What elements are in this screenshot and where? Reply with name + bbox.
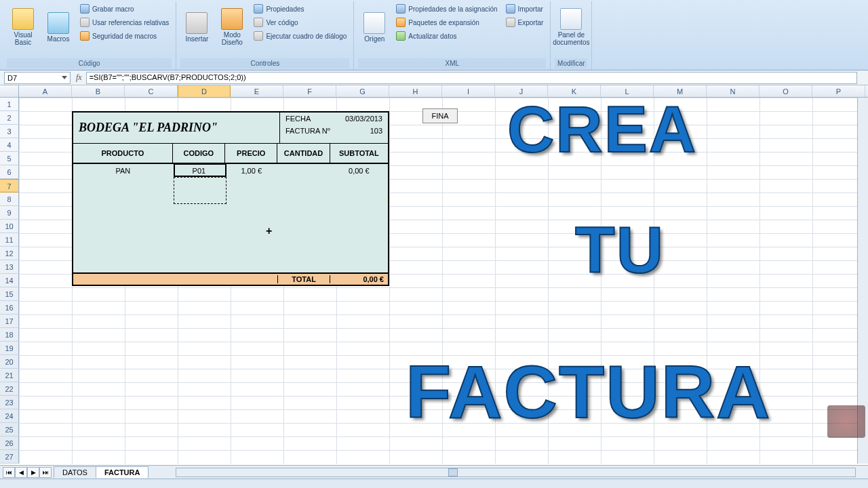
row-header-26[interactable]: 26: [0, 436, 19, 450]
horizontal-scrollbar[interactable]: [176, 468, 856, 477]
ribbon-group-xml: Origen Propiedades de la asignación Paqu…: [354, 1, 551, 70]
seguridad-macros-button[interactable]: Seguridad de macros: [77, 30, 172, 42]
ver-codigo-button[interactable]: Ver código: [251, 16, 349, 28]
importar-button[interactable]: Importar: [503, 3, 547, 15]
prop-asignacion-button[interactable]: Propiedades de la asignación: [393, 3, 500, 15]
col-header-G[interactable]: G: [336, 85, 389, 97]
paquetes-expansion-button[interactable]: Paquetes de expansión: [393, 16, 500, 28]
watermark-icon: [827, 405, 865, 438]
col-header-E[interactable]: E: [231, 85, 283, 97]
name-box[interactable]: D7: [4, 72, 71, 84]
row-header-27[interactable]: 27: [0, 450, 19, 464]
ribbon-group-codigo: Visual Basic Macros Grabar macro Usar re…: [3, 1, 176, 70]
row-header-2[interactable]: 2: [0, 111, 19, 125]
sheet-tab-datos[interactable]: DATOS: [54, 466, 96, 478]
row-header-8[interactable]: 8: [0, 192, 19, 206]
select-all-corner[interactable]: [0, 85, 19, 97]
ejecutar-dialogo-button[interactable]: Ejecutar cuadro de diálogo: [251, 30, 349, 42]
header-producto: PRODUCTO: [73, 144, 173, 163]
row-header-4[interactable]: 4: [0, 138, 19, 152]
row-header-6[interactable]: 6: [0, 165, 19, 179]
grabar-macro-button[interactable]: Grabar macro: [77, 3, 172, 15]
cell-subtotal[interactable]: 0,00 €: [330, 167, 388, 175]
referencias-relativas-button[interactable]: Usar referencias relativas: [77, 16, 172, 28]
col-header-P[interactable]: P: [812, 85, 865, 97]
actualizar-datos-button[interactable]: Actualizar datos: [393, 30, 500, 42]
modo-diseno-button[interactable]: Modo Diseño: [216, 3, 248, 52]
row-header-24[interactable]: 24: [0, 409, 19, 423]
panel-documentos-button[interactable]: Panel de documentos: [555, 3, 587, 52]
row-header-7[interactable]: 7: [0, 179, 19, 192]
tab-nav-next[interactable]: ▶: [27, 467, 39, 478]
fill-handle-marquee: [174, 177, 226, 204]
row-header-25[interactable]: 25: [0, 423, 19, 436]
factura-num-label: FACTURA Nº: [285, 127, 330, 135]
row-header-17[interactable]: 17: [0, 314, 19, 328]
col-header-I[interactable]: I: [442, 85, 495, 97]
sheet-tabs-bar: ⏮ ◀ ▶ ⏭ DATOS FACTURA: [0, 465, 868, 479]
group-label-xml: XML: [358, 58, 546, 68]
row-header-16[interactable]: 16: [0, 301, 19, 314]
factura-num-value: 103: [370, 127, 382, 135]
overlay-text-3: FACTURA: [406, 348, 772, 434]
col-header-B[interactable]: B: [72, 85, 125, 97]
insertar-button[interactable]: Insertar: [180, 3, 213, 52]
row-header-3[interactable]: 3: [0, 125, 19, 138]
macros-button[interactable]: Macros: [42, 3, 75, 52]
exportar-button[interactable]: Exportar: [503, 16, 547, 28]
tab-nav-first[interactable]: ⏮: [3, 467, 15, 478]
cell-producto[interactable]: PAN: [73, 167, 173, 175]
col-header-C[interactable]: C: [125, 85, 178, 97]
visual-basic-label: Visual Basic: [7, 31, 39, 46]
row-header-21[interactable]: 21: [0, 369, 19, 382]
propiedades-button[interactable]: Propiedades: [251, 3, 349, 15]
sheet-tab-factura[interactable]: FACTURA: [96, 466, 149, 478]
col-header-A[interactable]: A: [19, 85, 72, 97]
row-header-1[interactable]: 1: [0, 98, 19, 111]
formula-bar: D7 fx =SI(B7="";"";BUSCARV(B7;PRODUCTOS;…: [0, 70, 868, 85]
row-header-22[interactable]: 22: [0, 382, 19, 396]
col-header-O[interactable]: O: [760, 85, 812, 97]
col-header-D[interactable]: D: [178, 85, 231, 97]
ribbon-group-controles: Insertar Modo Diseño Propiedades Ver cód…: [176, 1, 354, 70]
row-header-20[interactable]: 20: [0, 355, 19, 369]
total-value: 0,00 €: [330, 275, 388, 283]
row-header-15[interactable]: 15: [0, 287, 19, 301]
row-header-10[interactable]: 10: [0, 220, 19, 233]
fill-cursor-icon: +: [266, 225, 272, 237]
row-header-5[interactable]: 5: [0, 152, 19, 165]
formula-input[interactable]: =SI(B7="";"";BUSCARV(B7;PRODUCTOS;2;0)): [86, 72, 857, 84]
header-subtotal: SUBTOTAL: [330, 144, 388, 163]
col-header-N[interactable]: N: [707, 85, 760, 97]
chevron-down-icon: [62, 76, 67, 79]
row-header-19[interactable]: 19: [0, 342, 19, 355]
total-label: TOTAL: [277, 275, 330, 283]
overlay-text-1: CREA: [507, 92, 697, 167]
row-header-13[interactable]: 13: [0, 260, 19, 274]
col-header-F[interactable]: F: [283, 85, 336, 97]
col-header-H[interactable]: H: [389, 85, 442, 97]
group-label-controles: Controles: [180, 58, 349, 68]
group-label-modificar: Modificar: [555, 58, 587, 68]
macros-label: Macros: [47, 35, 70, 43]
cells-area[interactable]: BODEGA "EL PADRINO" FECHA03/03/2013 FACT…: [19, 98, 868, 464]
tab-nav-last[interactable]: ⏭: [39, 467, 52, 478]
row-header-11[interactable]: 11: [0, 233, 19, 247]
ribbon-group-modificar: Panel de documentos Modificar: [551, 1, 592, 70]
row-header-14[interactable]: 14: [0, 274, 19, 287]
header-codigo: CODIGO: [173, 144, 225, 163]
finalizar-button[interactable]: FINA: [422, 108, 458, 123]
fecha-value: 03/03/2013: [345, 115, 382, 123]
row-header-9[interactable]: 9: [0, 206, 19, 220]
visual-basic-button[interactable]: Visual Basic: [7, 3, 39, 52]
row-header-18[interactable]: 18: [0, 328, 19, 342]
origen-button[interactable]: Origen: [358, 3, 391, 52]
spreadsheet-grid: ABCDEFGHIJKLMNOP 12345678910111213141516…: [0, 85, 868, 466]
tab-nav-prev[interactable]: ◀: [15, 467, 27, 478]
group-label-codigo: Código: [7, 58, 172, 68]
row-headers: 1234567891011121314151617181920212223242…: [0, 98, 19, 464]
row-header-23[interactable]: 23: [0, 396, 19, 409]
row-header-12[interactable]: 12: [0, 247, 19, 260]
cell-precio[interactable]: 1,00 €: [225, 167, 277, 175]
fx-icon[interactable]: fx: [72, 73, 86, 83]
